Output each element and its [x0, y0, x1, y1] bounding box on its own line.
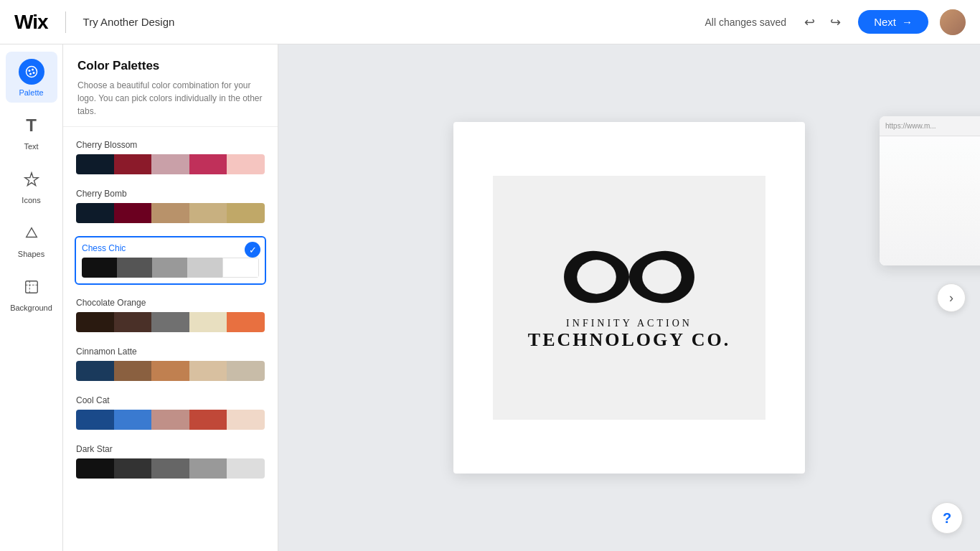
sidebar-item-icons[interactable]: Icons [6, 159, 57, 210]
canvas-next-button[interactable]: › [937, 283, 966, 312]
swatch [189, 203, 227, 223]
color-strip-cool-cat [76, 410, 265, 430]
text-icon: T [19, 113, 44, 138]
logo-subtitle: Infinity Action [528, 318, 730, 329]
palette-dark-star[interactable]: Dark Star [75, 443, 266, 480]
shapes-label: Shapes [18, 250, 44, 258]
palette-cinnamon-latte[interactable]: Cinnamon Latte [75, 345, 266, 382]
icon-sidebar: Palette T Text Icons Shapes [0, 44, 63, 551]
palette-name-cherry-bomb: Cherry Bomb [76, 189, 265, 199]
svg-point-7 [642, 260, 682, 293]
color-strip-chess-chic [82, 258, 259, 278]
main-layout: Palette T Text Icons Shapes [0, 44, 980, 551]
header-title: Try Another Design [83, 16, 175, 28]
color-strip-cherry-blossom [76, 154, 265, 174]
swatch [114, 154, 152, 174]
background-label: Background [10, 303, 52, 312]
header-right: All changes saved ↩ ↪ Next → [705, 9, 966, 35]
swatch [76, 361, 114, 381]
palette-panel: Color Palettes Choose a beautiful color … [63, 44, 278, 551]
palette-list: Cherry Blossom Cherry Bomb [63, 127, 278, 491]
swatch [227, 203, 265, 223]
next-arrow-icon: → [902, 16, 913, 28]
undo-button[interactable]: ↩ [798, 11, 821, 34]
swatch [151, 312, 189, 332]
palette-cherry-bomb[interactable]: Cherry Bomb [75, 187, 266, 225]
svg-point-1 [28, 70, 30, 72]
swatch [114, 203, 152, 223]
swatch [189, 410, 227, 430]
swatch [189, 458, 227, 479]
header-divider [65, 11, 66, 33]
swatch [76, 458, 114, 479]
next-button[interactable]: Next → [858, 10, 928, 34]
redo-button[interactable]: ↪ [824, 11, 847, 34]
avatar-image [940, 9, 966, 35]
swatch [189, 312, 227, 332]
logo-inner: Infinity Action Technology Co. [493, 176, 765, 420]
selected-checkmark: ✓ [245, 242, 260, 258]
sidebar-item-palette[interactable]: Palette [6, 52, 57, 103]
swatch [76, 312, 114, 332]
sidebar-item-background[interactable]: Background [6, 267, 57, 318]
swatch [227, 361, 265, 381]
browser-content [880, 136, 980, 265]
palette-chess-chic[interactable]: ✓ Chess Chic [75, 236, 266, 285]
browser-preview: https://www.m... [880, 116, 980, 265]
color-strip-dark-star [76, 458, 265, 479]
svg-rect-5 [25, 281, 37, 293]
swatch [227, 410, 265, 430]
wix-logo: Wix [14, 11, 48, 34]
svg-point-2 [32, 69, 34, 71]
swatch [227, 154, 265, 174]
header: Wix Try Another Design All changes saved… [0, 0, 980, 44]
shapes-icon [19, 220, 44, 246]
palette-label: Palette [19, 88, 43, 97]
help-button[interactable]: ? [931, 502, 963, 534]
icons-icon [19, 166, 44, 192]
swatch [151, 458, 189, 479]
swatch [76, 203, 114, 223]
avatar[interactable] [940, 9, 966, 35]
icons-label: Icons [22, 196, 40, 204]
color-strip-cinnamon-latte [76, 361, 265, 381]
palette-chocolate-orange[interactable]: Chocolate Orange [75, 296, 266, 334]
swatch [76, 410, 114, 430]
panel-description: Choose a beautiful color combination for… [77, 79, 263, 118]
sidebar-item-text[interactable]: T Text [6, 105, 57, 156]
svg-point-0 [26, 67, 37, 77]
saved-status: All changes saved [705, 17, 787, 28]
swatch [189, 361, 227, 381]
palette-name-dark-star: Dark Star [76, 444, 265, 454]
swatch [114, 458, 152, 479]
svg-point-4 [29, 73, 32, 75]
swatch [114, 410, 152, 430]
swatch [227, 312, 265, 332]
logo-text-block: Infinity Action Technology Co. [528, 318, 730, 351]
help-icon: ? [943, 510, 951, 527]
browser-bar: https://www.m... [880, 116, 980, 136]
color-strip-cherry-bomb [76, 203, 265, 223]
swatch [117, 258, 152, 278]
swatch [187, 258, 222, 278]
infinity-symbol [557, 245, 701, 309]
swatch [82, 258, 117, 278]
logo-card: Infinity Action Technology Co. [453, 122, 805, 474]
palette-name-cool-cat: Cool Cat [76, 395, 265, 405]
svg-point-6 [577, 260, 616, 293]
svg-point-3 [32, 72, 34, 74]
palette-name-chocolate-orange: Chocolate Orange [76, 298, 265, 308]
swatch [76, 154, 114, 174]
color-strip-chocolate-orange [76, 312, 265, 332]
swatch [114, 361, 152, 381]
swatch [151, 361, 189, 381]
swatch [189, 154, 227, 174]
swatch [227, 458, 265, 479]
palette-cool-cat[interactable]: Cool Cat [75, 394, 266, 431]
palette-cherry-blossom[interactable]: Cherry Blossom [75, 138, 266, 176]
palette-name-cinnamon-latte: Cinnamon Latte [76, 347, 265, 357]
sidebar-item-shapes[interactable]: Shapes [6, 213, 57, 264]
swatch [151, 154, 189, 174]
palette-name-cherry-blossom: Cherry Blossom [76, 140, 265, 150]
palette-name-chess-chic: Chess Chic [82, 243, 259, 253]
